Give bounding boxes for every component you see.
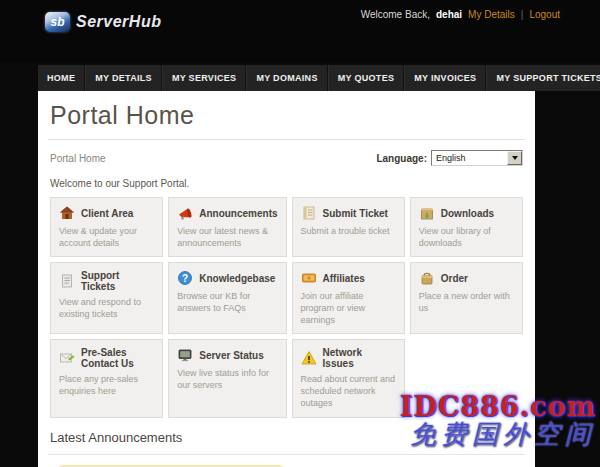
card-desc: View live status info for our servers	[177, 368, 277, 391]
language-select[interactable]: English	[431, 150, 523, 166]
card-title: Downloads	[441, 208, 494, 219]
card-network-issues[interactable]: Network Issues Read about current and sc…	[292, 339, 405, 417]
main-navigation: HOME MY DETAILS MY SERVICES MY DOMAINS M…	[38, 65, 535, 91]
card-head: Downloads	[419, 205, 514, 221]
portal-home-page: { "header": { "logo_badge": "sb", "logo_…	[0, 0, 600, 467]
breadcrumb[interactable]: Portal Home	[50, 153, 106, 164]
warning-icon	[301, 350, 317, 366]
card-server-status[interactable]: Server Status View live status info for …	[168, 339, 286, 417]
card-title: Knowledgebase	[199, 273, 275, 284]
card-desc: View our latest news & announcements	[177, 226, 277, 249]
card-title: Submit Ticket	[323, 208, 388, 219]
card-head: Client Area	[59, 205, 154, 221]
card-desc: Place any pre-sales enquiries here	[59, 374, 154, 397]
server-icon	[177, 347, 193, 363]
card-title: Server Status	[199, 350, 263, 361]
serverhub-logo-text: ServerHub	[76, 13, 161, 31]
card-presales-contact[interactable]: Pre-Sales Contact Us Place any pre-sales…	[50, 339, 163, 417]
latest-announcements-heading: Latest Announcements	[50, 430, 523, 445]
card-head: Server Status	[177, 347, 277, 363]
nav-item-my-services[interactable]: MY SERVICES	[162, 65, 247, 91]
card-head: Pre-Sales Contact Us	[59, 347, 154, 369]
nav-item-my-support-tickets[interactable]: MY SUPPORT TICKETS	[486, 65, 600, 91]
card-head: Submit Ticket	[301, 205, 396, 221]
card-head: ? Knowledgebase	[177, 270, 277, 286]
megaphone-icon	[177, 205, 193, 221]
breadcrumb-row: Portal Home Language: English	[48, 148, 525, 166]
box-icon	[419, 205, 435, 221]
top-header-inner: sb ServerHub Welcome Back, dehai My Deta…	[38, 0, 573, 62]
card-submit-ticket[interactable]: Submit Ticket Submit a trouble ticket	[292, 197, 405, 257]
my-details-link[interactable]: My Details	[468, 9, 515, 20]
document-icon	[59, 273, 75, 289]
nav-item-my-domains[interactable]: MY DOMAINS	[246, 65, 327, 91]
card-title: Announcements	[199, 208, 277, 219]
language-label: Language:	[376, 153, 427, 164]
card-title: Support Tickets	[81, 270, 154, 292]
card-head: Support Tickets	[59, 270, 154, 292]
card-knowledgebase[interactable]: ? Knowledgebase Browse our KB for answer…	[168, 262, 286, 334]
card-affiliates[interactable]: Affiliates Join our affiliate program or…	[292, 262, 405, 334]
card-announcements[interactable]: Announcements View our latest news & ann…	[168, 197, 286, 257]
title-divider	[48, 139, 525, 140]
serverhub-logo[interactable]: sb ServerHub	[45, 12, 161, 32]
link-divider: |	[521, 9, 524, 20]
language-select-button[interactable]	[507, 151, 522, 165]
top-header: sb ServerHub Welcome Back, dehai My Deta…	[0, 0, 600, 62]
card-title: Pre-Sales Contact Us	[81, 347, 154, 369]
card-title: Client Area	[81, 208, 133, 219]
svg-text:?: ?	[182, 273, 188, 284]
welcome-text: Welcome Back,	[361, 9, 430, 20]
card-desc: Place a new order with us	[419, 291, 514, 314]
nav-item-home[interactable]: HOME	[38, 65, 85, 91]
card-client-area[interactable]: Client Area View & update your account d…	[50, 197, 163, 257]
serverhub-logo-icon: sb	[45, 12, 70, 32]
ticket-icon	[301, 205, 317, 221]
question-icon: ?	[177, 270, 193, 286]
welcome-message: Welcome to our Support Portal.	[50, 178, 523, 189]
card-desc: Browse our KB for answers to FAQs	[177, 291, 277, 314]
logout-link[interactable]: Logout	[529, 9, 560, 20]
username: dehai	[436, 9, 462, 20]
card-head: Network Issues	[301, 347, 396, 369]
card-desc: Submit a trouble ticket	[301, 226, 396, 238]
nav-item-my-details[interactable]: MY DETAILS	[85, 65, 162, 91]
card-head: Announcements	[177, 205, 277, 221]
banknote-icon	[301, 270, 317, 286]
card-title: Affiliates	[323, 273, 365, 284]
card-order[interactable]: Order Place a new order with us	[410, 262, 523, 334]
content-area: Portal Home Portal Home Language: Englis…	[38, 91, 535, 467]
card-desc: Join our affiliate program or view earni…	[301, 291, 396, 326]
card-head: Order	[419, 270, 514, 286]
card-desc: View our library of downloads	[419, 226, 514, 249]
nav-item-my-invoices[interactable]: MY INVOICES	[404, 65, 486, 91]
language-select-value: English	[432, 153, 466, 163]
card-desc: View and respond to existing tickets	[59, 297, 154, 320]
house-icon	[59, 205, 75, 221]
card-title: Order	[441, 273, 468, 284]
announcements-divider	[48, 454, 525, 455]
card-desc: Read about current and scheduled network…	[301, 374, 396, 409]
bag-icon	[419, 270, 435, 286]
card-desc: View & update your account details	[59, 226, 154, 249]
shortcut-cards-grid: Client Area View & update your account d…	[48, 197, 525, 418]
card-downloads[interactable]: Downloads View our library of downloads	[410, 197, 523, 257]
language-selector: Language: English	[376, 150, 523, 166]
account-links: Welcome Back, dehai My Details | Logout	[361, 9, 573, 20]
nav-item-my-quotes[interactable]: MY QUOTES	[328, 65, 405, 91]
card-title: Network Issues	[323, 347, 396, 369]
page-title: Portal Home	[48, 101, 525, 130]
chevron-down-icon	[512, 156, 518, 160]
envelope-icon	[59, 350, 75, 366]
card-head: Affiliates	[301, 270, 396, 286]
main-wrapper: HOME MY DETAILS MY SERVICES MY DOMAINS M…	[38, 65, 535, 467]
card-support-tickets[interactable]: Support Tickets View and respond to exis…	[50, 262, 163, 334]
